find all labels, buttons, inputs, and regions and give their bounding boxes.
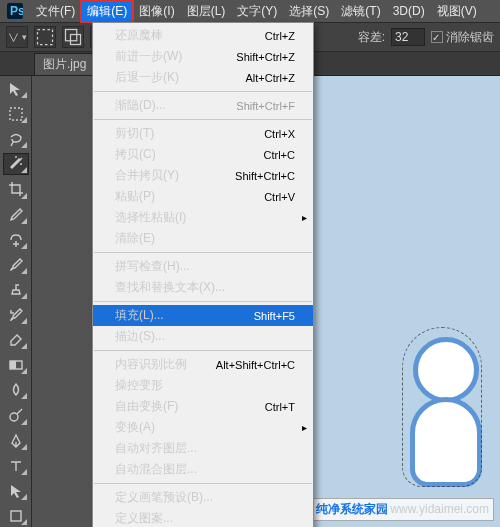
menu-define-brush[interactable]: 定义画笔预设(B)... [93, 487, 313, 508]
svg-text:Ps: Ps [10, 4, 23, 18]
menu-file[interactable]: 文件(F) [30, 1, 81, 22]
tolerance-label: 容差: [358, 29, 385, 46]
menu-puppet-warp: 操控变形 [93, 375, 313, 396]
menu-view[interactable]: 视图(V) [431, 1, 483, 22]
menu-free-transform[interactable]: 自由变换(F)Ctrl+T [93, 396, 313, 417]
menu-edit[interactable]: 编辑(E) [81, 1, 133, 22]
tool-preset-button[interactable]: ▾ [6, 26, 28, 48]
gradient-tool[interactable] [3, 354, 29, 376]
menu-stroke[interactable]: 描边(S)... [93, 326, 313, 347]
menu-transform[interactable]: 变换(A) [93, 417, 313, 438]
menu-find-replace: 查找和替换文本(X)... [93, 277, 313, 298]
menu-fill[interactable]: 填充(L)...Shift+F5 [93, 305, 313, 326]
watermark: 纯净系统家园 www.yidaimei.com [311, 498, 494, 521]
antialias-label: 消除锯齿 [446, 30, 494, 44]
brush-tool[interactable] [3, 254, 29, 276]
magic-wand-tool[interactable] [3, 153, 29, 175]
menu-fade: 渐隐(D)...Shift+Ctrl+F [93, 95, 313, 116]
history-brush-tool[interactable] [3, 304, 29, 326]
menu-image[interactable]: 图像(I) [133, 1, 180, 22]
menu-step-backward[interactable]: 后退一步(K)Alt+Ctrl+Z [93, 67, 313, 88]
svg-rect-13 [11, 511, 21, 521]
dodge-tool[interactable] [3, 404, 29, 426]
menubar: Ps 文件(F) 编辑(E) 图像(I) 图层(L) 文字(Y) 选择(S) 滤… [0, 0, 500, 22]
menu-text[interactable]: 文字(Y) [231, 1, 283, 22]
lasso-tool[interactable] [3, 128, 29, 150]
spot-heal-tool[interactable] [3, 229, 29, 251]
shape-tool[interactable] [3, 505, 29, 527]
blur-tool[interactable] [3, 379, 29, 401]
canvas-figure [413, 337, 482, 487]
menu-content-aware-scale[interactable]: 内容识别比例Alt+Shift+Ctrl+C [93, 354, 313, 375]
svg-rect-11 [10, 361, 16, 369]
watermark-url: www.yidaimei.com [390, 502, 489, 516]
watermark-brand: 纯净系统家园 [316, 502, 388, 516]
antialias-checkbox[interactable]: 消除锯齿 [431, 29, 494, 46]
marquee-tool[interactable] [3, 103, 29, 125]
move-tool[interactable] [3, 78, 29, 100]
menu-define-pattern[interactable]: 定义图案... [93, 508, 313, 527]
menu-select[interactable]: 选择(S) [283, 1, 335, 22]
selection-add-icon[interactable] [62, 26, 84, 48]
menu-copy-merged[interactable]: 合并拷贝(Y)Shift+Ctrl+C [93, 165, 313, 186]
menu-copy[interactable]: 拷贝(C)Ctrl+C [93, 144, 313, 165]
eraser-tool[interactable] [3, 329, 29, 351]
menu-layer[interactable]: 图层(L) [181, 1, 232, 22]
clone-stamp-tool[interactable] [3, 279, 29, 301]
document-tab-label: 图片.jpg [43, 56, 86, 73]
menu-auto-blend: 自动混合图层... [93, 459, 313, 480]
svg-rect-4 [71, 35, 81, 45]
menu-paste-special[interactable]: 选择性粘贴(I) [93, 207, 313, 228]
type-tool[interactable] [3, 455, 29, 477]
menu-auto-align: 自动对齐图层... [93, 438, 313, 459]
pen-tool[interactable] [3, 430, 29, 452]
tolerance-input[interactable] [391, 28, 425, 46]
menu-step-forward[interactable]: 前进一步(W)Shift+Ctrl+Z [93, 46, 313, 67]
menu-clear[interactable]: 清除(E) [93, 228, 313, 249]
crop-tool[interactable] [3, 178, 29, 200]
ps-logo-icon: Ps [6, 2, 24, 20]
path-select-tool[interactable] [3, 480, 29, 502]
edit-menu-dropdown: 还原魔棒Ctrl+Z 前进一步(W)Shift+Ctrl+Z 后退一步(K)Al… [92, 22, 314, 527]
menu-undo[interactable]: 还原魔棒Ctrl+Z [93, 25, 313, 46]
menu-paste[interactable]: 粘贴(P)Ctrl+V [93, 186, 313, 207]
svg-rect-2 [38, 30, 53, 45]
eyedropper-tool[interactable] [3, 204, 29, 226]
svg-rect-9 [10, 108, 22, 120]
tool-palette [0, 76, 32, 527]
selection-new-icon[interactable] [34, 26, 56, 48]
svg-point-12 [10, 413, 18, 421]
menu-filter[interactable]: 滤镜(T) [335, 1, 386, 22]
menu-3d[interactable]: 3D(D) [387, 2, 431, 20]
menu-spellcheck: 拼写检查(H)... [93, 256, 313, 277]
canvas-area[interactable]: 纯净系统家园 www.yidaimei.com [302, 76, 500, 527]
menu-cut[interactable]: 剪切(T)Ctrl+X [93, 123, 313, 144]
